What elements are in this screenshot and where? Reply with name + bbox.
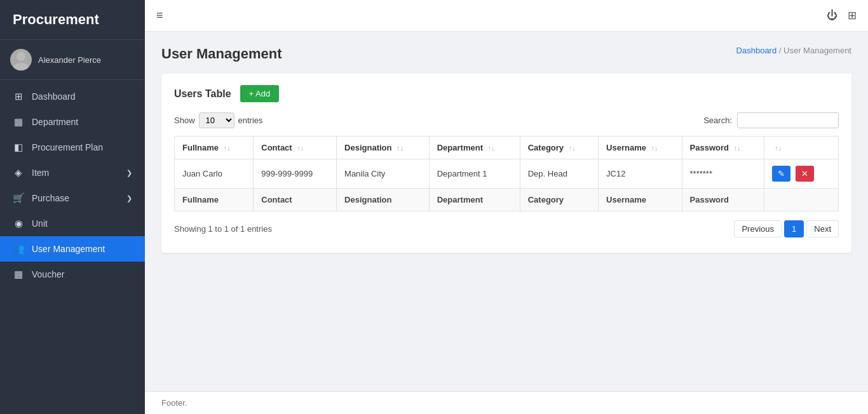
cell-category: Dep. Head	[520, 159, 598, 189]
sort-arrows-fullname: ↑↓	[224, 144, 231, 152]
showing-text: Showing 1 to 1 of 1 entries	[174, 224, 272, 234]
table-header-row: Fullname ↑↓ Contact ↑↓ Designation ↑↓	[175, 137, 839, 159]
search-label: Search:	[703, 116, 732, 125]
chevron-right-icon: ❯	[126, 194, 132, 203]
second-header-actions	[764, 189, 839, 211]
table-second-header-row: Fullname Contact Designation Department …	[175, 189, 839, 211]
table-row: Juan Carlo 999-999-9999 Manila City Depa…	[175, 159, 839, 189]
sort-arrows-category: ↑↓	[569, 144, 576, 152]
cell-username: JC12	[599, 159, 682, 189]
footer-text: Footer.	[161, 398, 187, 408]
sidebar-item-label: Unit	[32, 218, 48, 229]
search-input[interactable]	[737, 112, 839, 128]
second-header-username: Username	[599, 189, 682, 211]
col-category[interactable]: Category ↑↓	[520, 137, 598, 159]
col-actions: ↑↓	[764, 137, 839, 159]
sidebar-nav: ⊞ Dashboard ▦ Department ◧ Procurement P…	[0, 80, 145, 414]
grid-icon[interactable]: ⊞	[848, 9, 857, 22]
svg-point-0	[17, 52, 25, 61]
user-management-icon: 👥	[13, 243, 24, 255]
page-content: User Management Dashboard / User Managem…	[145, 32, 868, 391]
col-username[interactable]: Username ↑↓	[599, 137, 682, 159]
col-fullname[interactable]: Fullname ↑↓	[175, 137, 254, 159]
page-1-button[interactable]: 1	[784, 220, 804, 237]
sort-arrows-password: ↑↓	[734, 144, 741, 152]
sidebar-item-procurement-plan[interactable]: ◧ Procurement Plan	[0, 135, 145, 160]
show-label: Show	[174, 116, 195, 125]
sidebar-item-label: User Management	[32, 244, 105, 254]
app-title: Procurement	[0, 0, 145, 40]
col-contact[interactable]: Contact ↑↓	[254, 137, 337, 159]
dashboard-icon: ⊞	[13, 91, 24, 102]
breadcrumb: Dashboard / User Management	[736, 46, 851, 55]
sidebar-user: Alexander Pierce	[0, 40, 145, 80]
svg-point-1	[13, 63, 29, 70]
cell-password: *******	[682, 159, 764, 189]
hamburger-icon[interactable]: ≡	[156, 9, 163, 22]
users-table: Fullname ↑↓ Contact ↑↓ Designation ↑↓	[174, 136, 839, 211]
avatar	[10, 49, 32, 70]
sidebar-item-user-management[interactable]: 👥 User Management	[0, 236, 145, 262]
second-header-contact: Contact	[254, 189, 337, 211]
second-header-designation: Designation	[337, 189, 430, 211]
sidebar-item-dashboard[interactable]: ⊞ Dashboard	[0, 84, 145, 109]
entries-select[interactable]: 10 25 50 100	[199, 112, 234, 128]
page-header: User Management Dashboard / User Managem…	[161, 46, 851, 62]
sidebar-item-voucher[interactable]: ▦ Voucher	[0, 262, 145, 287]
topbar-icons: ⏻ ⊞	[827, 9, 857, 22]
main-content: ≡ ⏻ ⊞ User Management Dashboard / User M…	[145, 0, 868, 414]
department-icon: ▦	[13, 116, 24, 128]
add-user-button[interactable]: + Add	[240, 85, 280, 102]
sidebar-item-label: Purchase	[32, 193, 69, 203]
page-title: User Management	[161, 46, 282, 62]
username-label: Alexander Pierce	[38, 55, 101, 65]
show-entries: Show 10 25 50 100 entries	[174, 112, 263, 128]
sort-arrows-contact: ↑↓	[297, 144, 304, 152]
brand-text: Procurement	[13, 11, 99, 27]
sidebar-item-label: Department	[32, 117, 78, 127]
procurement-plan-icon: ◧	[13, 142, 24, 153]
power-icon[interactable]: ⏻	[827, 10, 837, 22]
entries-label: entries	[238, 116, 263, 125]
sidebar-item-purchase[interactable]: 🛒 Purchase ❯	[0, 185, 145, 211]
sidebar-item-item[interactable]: ◈ Item ❯	[0, 160, 145, 185]
edit-button[interactable]: ✎	[772, 166, 790, 182]
sort-arrows-department: ↑↓	[488, 144, 495, 152]
sidebar: Procurement Alexander Pierce ⊞ Dashboard…	[0, 0, 145, 414]
next-button[interactable]: Next	[806, 220, 839, 237]
sort-arrows-designation: ↑↓	[397, 144, 403, 152]
sort-arrows-username: ↑↓	[651, 144, 658, 152]
delete-button[interactable]: ✕	[796, 166, 814, 182]
users-card: Users Table + Add Show 10 25 50 100 entr…	[161, 74, 851, 253]
card-title: Users Table	[174, 88, 231, 100]
chevron-right-icon: ❯	[126, 169, 132, 177]
sidebar-item-unit[interactable]: ◉ Unit	[0, 211, 145, 236]
second-header-fullname: Fullname	[175, 189, 254, 211]
col-password[interactable]: Password ↑↓	[682, 137, 764, 159]
cell-actions: ✎ ✕	[764, 159, 839, 189]
cell-fullname: Juan Carlo	[175, 159, 254, 189]
table-controls: Show 10 25 50 100 entries Search:	[174, 112, 839, 128]
sidebar-item-label: Procurement Plan	[32, 142, 103, 152]
table-footer: Showing 1 to 1 of 1 entries Previous 1 N…	[174, 220, 839, 237]
second-header-category: Category	[520, 189, 598, 211]
pagination: Previous 1 Next	[734, 220, 839, 237]
second-header-department: Department	[429, 189, 520, 211]
footer: Footer.	[145, 391, 868, 414]
voucher-icon: ▦	[13, 269, 24, 280]
cell-contact: 999-999-9999	[254, 159, 337, 189]
sidebar-item-department[interactable]: ▦ Department	[0, 109, 145, 135]
previous-button[interactable]: Previous	[734, 220, 782, 237]
sidebar-item-label: Item	[32, 168, 49, 178]
breadcrumb-current: User Management	[783, 46, 851, 55]
sort-arrows-actions: ↑↓	[775, 144, 782, 152]
item-icon: ◈	[13, 167, 24, 178]
breadcrumb-separator: /	[779, 46, 783, 55]
card-header: Users Table + Add	[174, 85, 839, 102]
col-department[interactable]: Department ↑↓	[429, 137, 520, 159]
purchase-icon: 🛒	[13, 192, 24, 204]
breadcrumb-home[interactable]: Dashboard	[736, 46, 777, 55]
search-box: Search:	[703, 112, 839, 128]
col-designation[interactable]: Designation ↑↓	[337, 137, 430, 159]
topbar: ≡ ⏻ ⊞	[145, 0, 868, 32]
